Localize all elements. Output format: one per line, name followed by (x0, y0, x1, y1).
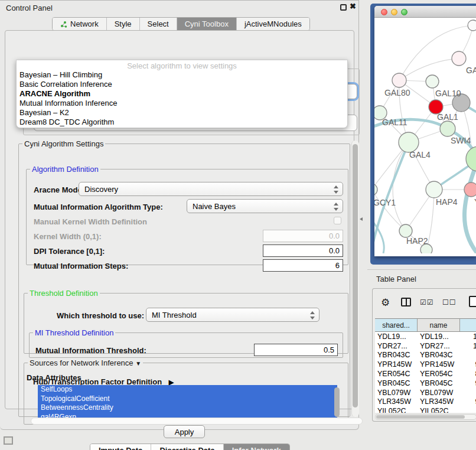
tab-select[interactable]: Select (140, 18, 177, 30)
kernel-width-label: Kernel Width (0,1): (34, 232, 102, 241)
close-window-icon[interactable] (381, 9, 387, 15)
algorithm-option[interactable]: Bayesian – Hill Climbing (17, 70, 347, 80)
algorithm-option[interactable]: Basic Correlation Inference (17, 80, 347, 89)
table-cell (460, 351, 476, 360)
mi-type-value: Naive Bayes (193, 202, 236, 211)
network-icon (60, 21, 67, 28)
data-attribute-item[interactable]: TopologicalCoefficient (38, 394, 337, 404)
tab-label: jActiveMNodules (244, 19, 302, 28)
network-node[interactable] (464, 182, 476, 197)
algorithm-option[interactable]: ARACNE Algorithm (17, 89, 347, 99)
network-node[interactable] (440, 121, 455, 136)
apply-button[interactable]: Apply (164, 425, 205, 438)
network-node[interactable] (426, 75, 439, 88)
network-edge[interactable] (393, 142, 409, 231)
data-attribute-item[interactable]: SelfLoops (38, 385, 337, 394)
close-panel-icon[interactable]: ✖ (350, 2, 356, 11)
network-node[interactable] (468, 20, 476, 31)
table-row[interactable]: YDR27...YDR27...12 (375, 341, 476, 351)
table-row[interactable]: YER054CYER054C8. (375, 369, 476, 379)
table-row[interactable]: YBR043CYBR043C (375, 351, 476, 360)
node-label: GAL1 (437, 112, 458, 122)
tab-infer-network[interactable]: Infer Network (224, 444, 289, 450)
expanded-arrow-icon[interactable]: ▼ (135, 360, 141, 367)
network-canvas[interactable]: GALGAL80GAL10GAL1GAL11SWI4GAL4GCY1HAP4YH… (374, 18, 476, 253)
node-label: GAL (466, 66, 476, 75)
threshold-definition-group: Threshold Definition Which threshold to … (24, 289, 348, 354)
table-cell: YPR145W (418, 360, 460, 369)
cyni-settings-title: Cyni Algorithm Settings (22, 139, 105, 148)
stepper-arrows-icon (333, 185, 338, 194)
columns-icon[interactable] (401, 298, 411, 306)
node-label: GAL4 (409, 150, 431, 159)
manual-kernel-checkbox[interactable] (334, 217, 341, 224)
data-attributes-list[interactable]: SelfLoopsTopologicalCoefficientBetweenne… (38, 385, 337, 422)
network-node[interactable] (399, 224, 412, 237)
mi-type-combobox[interactable]: Naive Bayes (187, 199, 343, 213)
table-cell: YDL19... (375, 332, 418, 341)
table-cell (460, 388, 476, 397)
table-cell: YBR045C (375, 379, 418, 388)
table-column-header[interactable]: name (418, 319, 460, 331)
which-threshold-combobox[interactable]: MI Threshold (146, 308, 319, 322)
collapsed-panel-icon[interactable] (4, 436, 13, 445)
aracne-mode-value: Discovery (84, 185, 118, 194)
table-cell: 9. (460, 379, 476, 388)
tab-style[interactable]: Style (107, 18, 140, 30)
split-divider-arrow-icon[interactable] (360, 217, 363, 221)
which-threshold-value: MI Threshold (152, 311, 197, 319)
aracne-mode-combobox[interactable]: Discovery (79, 182, 343, 196)
algorithm-option[interactable]: Bayesian – K2 (17, 108, 347, 118)
network-graph: GALGAL80GAL10GAL1GAL11SWI4GAL4GCY1HAP4YH… (374, 18, 476, 253)
network-node[interactable] (452, 51, 466, 66)
table-column-header[interactable] (460, 319, 476, 331)
table-header-row: shared...name (375, 319, 476, 332)
table-horizontal-scrollbar-thumb[interactable] (376, 415, 465, 419)
table-row[interactable]: YLR345WYLR345W9. (375, 397, 476, 407)
table-row[interactable]: YPR145WYPR145W9. (375, 360, 476, 369)
network-node[interactable] (399, 132, 419, 152)
gear-icon[interactable]: ⚙ (381, 296, 390, 309)
zoom-window-icon[interactable] (401, 9, 407, 15)
algorithm-option[interactable]: Dream8 DC_TDC Algorithm (17, 118, 347, 127)
settings-vertical-scrollbar-thumb[interactable] (353, 144, 358, 407)
settings-horizontal-scrollbar[interactable] (31, 418, 363, 425)
tab-network[interactable]: Network (53, 18, 107, 30)
network-node[interactable] (392, 73, 406, 87)
minimize-window-icon[interactable] (391, 9, 397, 15)
sources-group: Sources for Network Inference ▼ Data Att… (24, 358, 348, 425)
network-node[interactable] (426, 181, 442, 198)
table-cell: YER054C (375, 369, 418, 379)
mi-steps-input[interactable] (263, 259, 343, 272)
tab-jactivemnodules[interactable]: jActiveMNodules (237, 18, 309, 30)
table-panel-title: Table Panel (376, 275, 416, 283)
page-icon[interactable] (469, 296, 476, 307)
float-panel-icon[interactable] (340, 4, 347, 11)
kernel-width-input[interactable] (263, 230, 343, 242)
network-window-titlebar[interactable] (374, 6, 476, 18)
table-row[interactable]: YBL079WYBL079W (375, 388, 476, 397)
list-scrollbar[interactable] (334, 387, 340, 417)
table-row[interactable]: YIL052CYIL052C9 (375, 406, 476, 413)
manual-kernel-label: Manual Kernel Width Definition (34, 217, 147, 226)
table-cell: YDL19... (418, 332, 460, 341)
checked-boxes-icon[interactable]: ☑☑ (420, 298, 434, 306)
unchecked-boxes-icon[interactable]: ☐☐ (442, 298, 457, 306)
data-attributes-label: Data Attributes (27, 373, 81, 382)
node-label: GAL10 (435, 89, 461, 98)
table-cell: YBL079W (418, 388, 460, 397)
mi-threshold-title: MI Threshold Definition (33, 328, 115, 337)
dpi-tolerance-input[interactable] (263, 244, 343, 257)
data-attribute-item[interactable]: BetweennessCentrality (38, 403, 337, 413)
tab-impute-data[interactable]: Impute Data (90, 444, 151, 450)
table-row[interactable]: YBR045CYBR045C9. (375, 379, 476, 388)
algorithm-option[interactable]: Mutual Information Inference (17, 99, 347, 108)
control-panel-title: Control Panel (6, 4, 53, 12)
table-row[interactable]: YDL19...YDL19...13 (375, 332, 476, 341)
dpi-tolerance-label: DPI Tolerance [0,1]: (34, 247, 105, 256)
table-column-header[interactable]: shared... (375, 319, 418, 331)
network-node[interactable] (374, 184, 377, 195)
mi-threshold-input[interactable] (254, 344, 338, 356)
tab-discretize-data[interactable]: Discretize Data (151, 444, 223, 450)
tab-cyni-toolbox[interactable]: Cyni Toolbox (177, 18, 237, 30)
